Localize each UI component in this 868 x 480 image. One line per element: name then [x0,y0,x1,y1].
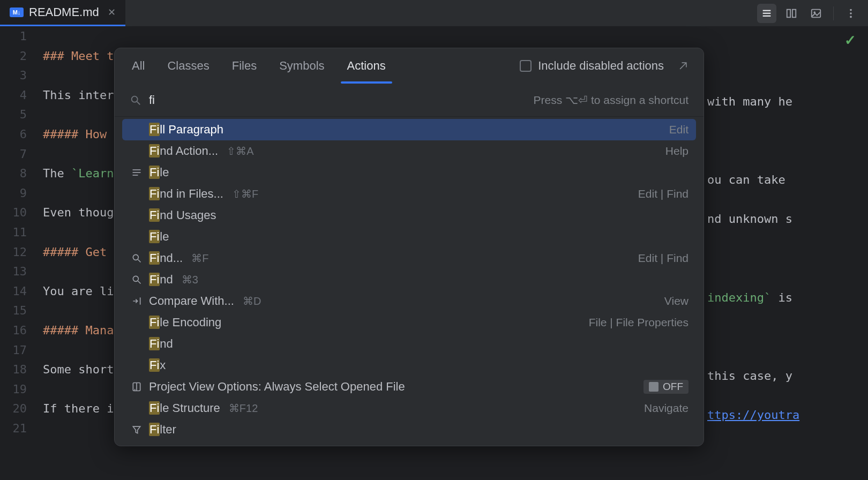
result-category: View [664,295,689,308]
result-name: Fix [149,358,166,372]
svg-point-8 [850,12,852,14]
result-name: Fill Paragraph [149,123,223,137]
shortcut-hint: Press ⌥⏎ to assign a shortcut [534,94,689,107]
result-row[interactable]: Find in Files...⇧⌘FEdit | Find [122,183,696,205]
result-name: Find Usages [149,208,216,222]
popup-tab-symbols[interactable]: Symbols [277,49,326,82]
result-category: Navigate [644,402,689,415]
preview-only-icon[interactable] [806,4,826,23]
result-shortcut: ⌘D [243,295,261,308]
search-input[interactable] [149,93,526,107]
divider [833,6,834,20]
editor-preview-split-icon[interactable] [782,4,801,23]
search-icon [130,253,144,264]
result-row[interactable]: File EncodingFile | File Properties [122,312,696,333]
lines-icon [130,167,144,178]
result-shortcut: ⇧⌘F [232,188,258,200]
svg-point-10 [132,96,138,102]
result-category: Help [665,145,689,158]
checkbox-icon[interactable] [520,60,532,72]
svg-line-11 [137,101,140,104]
result-name: Find Action... [149,144,218,158]
close-tab-icon[interactable]: ✕ [108,6,116,18]
include-disabled-checkbox[interactable]: Include disabled actions [520,59,689,73]
result-name: Find [149,337,173,351]
popup-tab-actions[interactable]: Actions [345,49,388,82]
svg-point-7 [850,9,852,11]
result-name: File [149,230,169,244]
svg-rect-1 [763,12,771,13]
svg-rect-4 [792,9,796,17]
search-icon [130,94,141,106]
popup-tab-classes[interactable]: Classes [165,49,211,82]
svg-rect-0 [763,10,771,11]
result-row[interactable]: Compare With...⌘DView [122,290,696,312]
svg-line-16 [138,260,141,262]
svg-point-9 [850,16,852,18]
result-row[interactable]: Fill ParagraphEdit [122,119,696,140]
result-name: File [149,166,169,179]
popup-tab-files[interactable]: Files [230,49,259,82]
result-row[interactable]: Find [122,333,696,355]
include-disabled-label: Include disabled actions [538,59,664,73]
result-row[interactable]: File Structure⌘F12Navigate [122,398,696,419]
svg-point-15 [133,254,138,260]
markdown-filetype-icon: M↓ [10,8,24,17]
result-category: Edit | Find [638,252,689,265]
result-row[interactable]: File [122,162,696,183]
toggle-off-badge[interactable]: OFF [643,380,689,394]
search-everywhere-popup: AllClassesFilesSymbolsActions Include di… [114,48,704,446]
result-row[interactable]: Find Action...⇧⌘AHelp [122,140,696,162]
filter-icon [130,424,144,435]
svg-rect-2 [763,15,771,16]
result-name: Compare With... [149,294,234,308]
result-category: Edit | Find [638,188,689,200]
result-name: File Structure [149,401,220,415]
open-tabs: M↓ README.md ✕ [0,0,125,26]
svg-rect-12 [133,169,141,170]
svg-point-17 [133,276,138,281]
popup-tab-row: AllClassesFilesSymbolsActions Include di… [115,48,704,84]
result-category: File | File Properties [589,316,689,329]
svg-rect-13 [133,172,141,173]
result-name: Find in Files... [149,187,223,201]
project-icon [130,381,144,392]
result-row[interactable]: Project View Options: Always Select Open… [122,376,696,398]
result-shortcut: ⇧⌘A [227,145,253,158]
editor-only-view-icon[interactable] [757,4,776,23]
result-row[interactable]: Find Usages [122,205,696,226]
pin-icon[interactable] [678,61,689,71]
result-row[interactable]: Find...⌘FEdit | Find [122,248,696,269]
result-row[interactable]: Filter [122,419,696,440]
results-list: Fill ParagraphEditFind Action...⇧⌘AHelpF… [115,117,704,446]
result-row[interactable]: File [122,226,696,248]
tab-bar: M↓ README.md ✕ [0,0,868,27]
result-category: Edit [669,123,689,136]
more-menu-icon[interactable] [841,4,860,23]
result-name: Filter [149,423,176,437]
tab-filename: README.md [29,5,99,19]
line-number-gutter: 123456789101112131415161718192021 [0,27,43,480]
result-row[interactable]: Fix [122,355,696,376]
compare-icon [130,296,144,306]
result-name: Find [149,273,173,287]
popup-tab-all[interactable]: All [130,49,147,82]
popup-search-row: Press ⌥⏎ to assign a shortcut [115,84,704,117]
result-row[interactable]: Find⌘3 [122,269,696,290]
search-icon [130,274,144,285]
active-tab-underline [341,81,392,84]
svg-rect-3 [787,9,790,17]
result-name: Project View Options: Always Select Open… [149,380,405,394]
result-shortcut: ⌘F12 [229,402,258,415]
editor-tab-readme[interactable]: M↓ README.md ✕ [0,0,125,26]
result-shortcut: ⌘3 [182,273,198,286]
tab-bar-actions [757,4,868,23]
svg-line-18 [138,281,141,284]
result-name: File Encoding [149,316,221,329]
result-name: Find... [149,251,183,265]
svg-rect-14 [133,175,138,176]
result-shortcut: ⌘F [191,252,208,265]
